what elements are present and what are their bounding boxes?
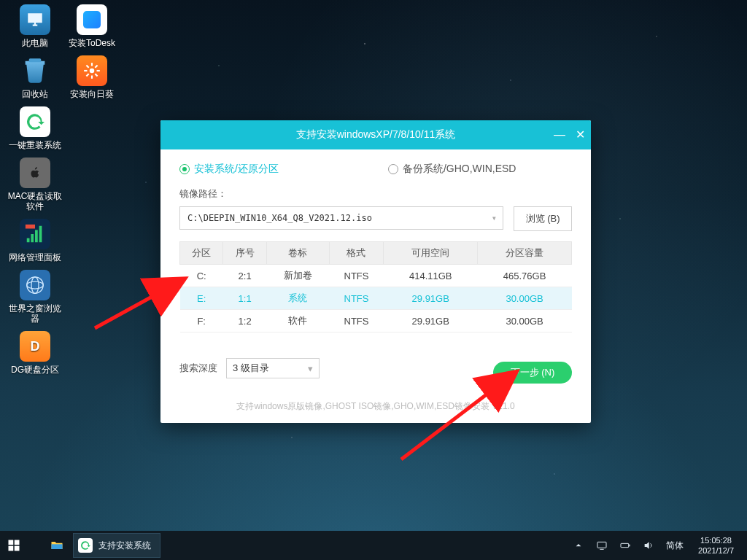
window-title: 支持安装windowsXP/7/8/10/11系统 — [296, 128, 456, 141]
icon-this-pc[interactable]: 此电脑 — [7, 4, 63, 48]
recycle-icon — [20, 55, 50, 86]
icon-install-todesk[interactable]: 安装ToDesk — [64, 4, 120, 48]
svg-rect-1 — [27, 238, 30, 243]
desktop-icons-col1: 此电脑 回收站 一键重装系统 MAC硬盘读取软件 网络管理面板 世界之窗浏览器 … — [7, 4, 63, 382]
close-button[interactable]: ✕ — [576, 129, 585, 141]
icon-label: DG硬盘分区 — [7, 365, 63, 375]
svg-point-9 — [90, 69, 95, 74]
show-desktop-button[interactable] — [743, 531, 747, 560]
svg-point-6 — [27, 277, 44, 294]
installer-taskbar-icon — [78, 538, 93, 553]
monitor-icon — [20, 4, 50, 35]
search-depth-value: 3 级目录 — [233, 362, 269, 375]
table-row[interactable]: F: 1:2 软件 NTFS 29.91GB 30.00GB — [180, 310, 572, 332]
icon-label: 安装向日葵 — [64, 89, 120, 99]
table-row-selected[interactable]: E: 1:1 系统 NTFS 29.91GB 30.00GB — [180, 287, 572, 310]
icon-net-panel[interactable]: 网络管理面板 — [7, 219, 63, 262]
titlebar[interactable]: 支持安装windowsXP/7/8/10/11系统 — ✕ — [160, 120, 591, 149]
radio-label: 备份系统/GHO,WIN,ESD — [403, 163, 516, 176]
taskbar-app-installer[interactable]: 支持安装系统 — [73, 533, 160, 558]
svg-rect-29 — [629, 545, 630, 547]
svg-rect-21 — [15, 540, 20, 545]
browse-button[interactable]: 浏览 (B) — [514, 206, 572, 231]
icon-label: 一键重装系统 — [7, 140, 63, 150]
icon-label: 网络管理面板 — [7, 252, 63, 262]
reinstall-icon — [20, 106, 50, 137]
image-path-value: C:\DEEPIN_WIN10_X64_Q8_V2021.12.iso — [187, 213, 372, 223]
search-depth-label: 搜索深度 — [179, 362, 217, 375]
icon-dg-partition[interactable]: D DG硬盘分区 — [7, 331, 63, 375]
tray-volume-icon[interactable] — [637, 531, 660, 560]
table-row[interactable]: C: 2:1 新加卷 NTFS 414.11GB 465.76GB — [180, 265, 572, 287]
radio-install-restore[interactable]: 安装系统/还原分区 — [179, 163, 279, 176]
svg-rect-22 — [9, 546, 14, 551]
svg-rect-0 — [29, 58, 42, 62]
system-tray: 简体 15:05:28 2021/12/7 — [567, 531, 747, 560]
radio-label: 安装系统/还原分区 — [194, 163, 279, 176]
taskbar: 支持安装系统 简体 15:05:28 2021/12/7 — [0, 531, 747, 560]
svg-line-17 — [95, 65, 97, 67]
radio-dot-icon — [388, 164, 398, 174]
chevron-down-icon: ▾ — [308, 363, 313, 374]
tray-battery-icon[interactable] — [614, 531, 637, 560]
icon-install-sunflower[interactable]: 安装向日葵 — [64, 55, 120, 99]
minimize-button[interactable]: — — [554, 129, 565, 141]
desktop-icons-col2: 安装ToDesk 安装向日葵 — [64, 4, 120, 106]
tray-ime[interactable]: 简体 — [660, 531, 689, 560]
svg-rect-20 — [9, 540, 14, 545]
tray-network-icon[interactable] — [590, 531, 614, 560]
support-info-text: 支持windows原版镜像,GHOST ISO镜像,GHO,WIM,ESD镜像安… — [179, 400, 572, 413]
svg-rect-28 — [621, 543, 629, 547]
icon-label: 世界之窗浏览器 — [7, 303, 63, 324]
file-explorer-button[interactable] — [42, 531, 71, 560]
clock-date: 2021/12/7 — [698, 545, 734, 556]
start-button[interactable] — [0, 531, 28, 560]
network-icon — [20, 219, 50, 249]
icon-label: 安装ToDesk — [64, 38, 120, 48]
svg-line-16 — [86, 74, 88, 76]
svg-rect-4 — [39, 226, 42, 243]
image-path-label: 镜像路径： — [179, 187, 572, 201]
chevron-down-icon: ▾ — [492, 213, 497, 223]
radio-backup[interactable]: 备份系统/GHO,WIN,ESD — [388, 163, 516, 176]
search-button[interactable] — [28, 531, 42, 560]
icon-recycle-bin[interactable]: 回收站 — [7, 55, 63, 99]
partition-table: 分区 序号 卷标 格式 可用空间 分区容量 C: 2:1 新加卷 NTFS 41… — [179, 241, 572, 332]
installer-window: 支持安装windowsXP/7/8/10/11系统 — ✕ 安装系统/还原分区 … — [160, 120, 591, 423]
clock-time: 15:05:28 — [698, 535, 734, 545]
icon-mac-disk-reader[interactable]: MAC硬盘读取软件 — [7, 158, 63, 211]
icon-label: 此电脑 — [7, 38, 63, 48]
th-index[interactable]: 序号 — [223, 242, 266, 265]
svg-rect-5 — [26, 225, 35, 229]
th-fs[interactable]: 格式 — [329, 242, 384, 265]
tray-chevron-up[interactable] — [567, 531, 590, 560]
svg-rect-23 — [15, 546, 20, 551]
radio-dot-icon — [179, 164, 190, 174]
svg-point-7 — [27, 281, 44, 289]
search-depth-select[interactable]: 3 级目录 ▾ — [226, 358, 320, 378]
th-free[interactable]: 可用空间 — [384, 242, 478, 265]
taskbar-app-title: 支持安装系统 — [98, 540, 151, 552]
svg-line-15 — [95, 74, 97, 76]
desktop[interactable]: 此电脑 回收站 一键重装系统 MAC硬盘读取软件 网络管理面板 世界之窗浏览器 … — [0, 0, 747, 560]
icon-label: MAC硬盘读取软件 — [7, 191, 63, 211]
svg-point-8 — [31, 277, 39, 294]
icon-label: 回收站 — [7, 89, 63, 99]
th-total[interactable]: 分区容量 — [478, 242, 572, 265]
image-path-dropdown[interactable]: C:\DEEPIN_WIN10_X64_Q8_V2021.12.iso ▾ — [179, 206, 503, 230]
icon-world-browser[interactable]: 世界之窗浏览器 — [7, 270, 63, 324]
svg-rect-2 — [31, 234, 34, 242]
tray-clock[interactable]: 15:05:28 2021/12/7 — [689, 535, 743, 556]
svg-rect-3 — [35, 230, 38, 242]
th-label[interactable]: 卷标 — [266, 242, 329, 265]
svg-rect-26 — [597, 542, 606, 548]
icon-one-key-reinstall[interactable]: 一键重装系统 — [7, 106, 63, 150]
dg-icon: D — [20, 331, 50, 362]
svg-line-14 — [86, 65, 88, 67]
globe-icon — [20, 270, 50, 300]
sunflower-icon — [77, 55, 107, 86]
apple-icon — [20, 158, 50, 188]
th-drive[interactable]: 分区 — [180, 242, 223, 265]
next-step-button[interactable]: 下一步 (N) — [493, 362, 572, 384]
todesk-icon — [77, 4, 107, 35]
